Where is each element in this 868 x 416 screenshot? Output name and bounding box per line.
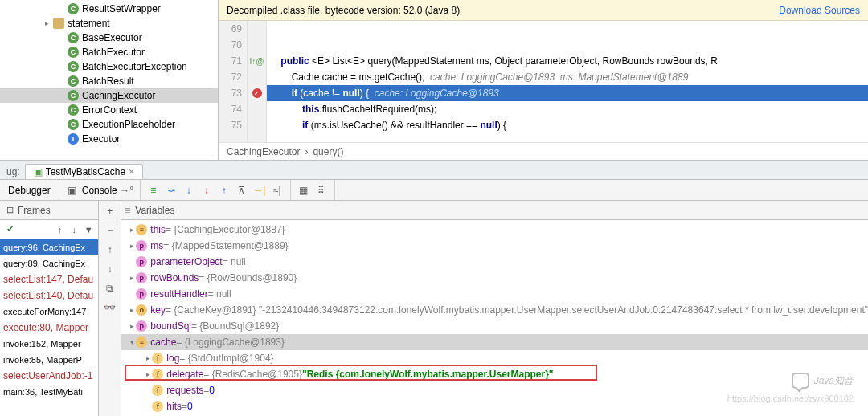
expand-icon[interactable]: ▾	[128, 338, 136, 346]
var-row-resultHandler[interactable]: presultHandler = null	[121, 286, 868, 302]
var-row-this[interactable]: ▸≡this = {CachingExecutor@1887}	[121, 222, 868, 238]
step-out-button[interactable]: ↑	[216, 182, 232, 198]
code-line-69[interactable]	[267, 21, 868, 37]
add-watch-icon[interactable]: +	[103, 204, 117, 218]
debug-config-tab[interactable]: ▣ TestMyBatisCache ×	[25, 164, 143, 179]
var-row-parameterObject[interactable]: pparameterObject = null	[121, 254, 868, 270]
download-sources-link[interactable]: Download Sources	[779, 5, 860, 16]
frame-row[interactable]: selectList:147, Defau	[0, 271, 98, 288]
expand-icon[interactable]: ▸	[144, 354, 152, 362]
code-line-70[interactable]	[267, 37, 868, 53]
vars-side-toolbar: + − ↑ ↓ ⧉ 👓	[99, 201, 121, 416]
code-line-74[interactable]: this.flushCacheIfRequired(ms);	[267, 101, 868, 117]
tree-item-Executor[interactable]: IExecutor	[0, 132, 218, 146]
var-value: =	[203, 385, 209, 396]
expand-icon[interactable]: ▸	[128, 226, 136, 234]
code-lines[interactable]: public <E> List<E> query(MappedStatement…	[267, 21, 868, 142]
prev-frame-icon[interactable]: ↑	[53, 223, 66, 236]
tree-item-ErrorContext[interactable]: CErrorContext	[0, 103, 218, 117]
move-down-icon[interactable]: ↓	[103, 262, 117, 276]
settings-icon[interactable]: ⠿	[313, 182, 330, 198]
drop-frame-button[interactable]: ⊼	[234, 182, 250, 198]
expand-icon[interactable]: ▸	[128, 322, 136, 330]
var-row-boundSql[interactable]: ▸pboundSql = {BoundSql@1892}	[121, 318, 868, 334]
next-frame-icon[interactable]: ↓	[68, 223, 80, 236]
force-step-into-button[interactable]: ↓	[199, 182, 215, 198]
var-row-requests[interactable]: frequests = 0	[121, 382, 868, 398]
tree-item-ResultSetWrapper[interactable]: CResultSetWrapper	[0, 2, 218, 16]
code-line-71[interactable]: public <E> List<E> query(MappedStatement…	[267, 53, 868, 69]
code-line-73[interactable]: if (cache != null) { cache: LoggingCache…	[267, 85, 868, 101]
frame-row[interactable]: query:96, CachingEx	[0, 239, 98, 255]
glasses-icon[interactable]: 👓	[103, 300, 117, 315]
tree-item-BatchResult[interactable]: CBatchResult	[0, 74, 218, 88]
tree-item-label: CachingExecutor	[82, 90, 155, 101]
move-up-icon[interactable]: ↑	[103, 243, 117, 257]
type-icon: C	[68, 90, 79, 101]
accept-icon[interactable]: ✔	[3, 223, 16, 236]
tree-item-BatchExecutorException[interactable]: CBatchExecutorException	[0, 59, 218, 74]
var-row-ms[interactable]: ▸pms = {MappedStatement@1889}	[121, 238, 868, 254]
output-toggle-icon[interactable]: →°	[119, 182, 135, 198]
tree-item-BatchExecutor[interactable]: CBatchExecutor	[0, 45, 218, 59]
var-row-delegate[interactable]: ▸fdelegate = {RedisCache@1905} "Redis {c…	[121, 366, 868, 382]
editor-breadcrumb[interactable]: CachingExecutor › query()	[219, 142, 868, 160]
filter-icon[interactable]: ▼	[82, 223, 95, 236]
var-row-key[interactable]: ▸okey = {CacheKey@1891} "-2132410446:349…	[121, 302, 868, 318]
expand-icon[interactable]: ▸	[45, 19, 53, 27]
step-into-button[interactable]: ↓	[181, 182, 197, 198]
frames-pane: ⊞ Frames ✔ ↑ ↓ ▼ query:96, CachingExquer…	[0, 201, 99, 416]
var-row-log[interactable]: ▸flog = {StdOutImpl@1904}	[121, 350, 868, 366]
var-row-cache[interactable]: ▾≡cache = {LoggingCache@1893}	[121, 334, 868, 350]
frame-row[interactable]: query:89, CachingEx	[0, 255, 98, 271]
console-icon[interactable]: ▣	[64, 182, 80, 198]
frame-row[interactable]: selectList:140, Defau	[0, 288, 98, 304]
copy-icon[interactable]: ⧉	[103, 281, 117, 296]
frame-row[interactable]: invoke:85, MapperP	[0, 352, 98, 368]
code-editor[interactable]: 69707172737475 I↑@✓ public <E> List<E> q…	[219, 21, 868, 142]
run-to-cursor-button[interactable]: →|	[252, 182, 268, 198]
expand-icon[interactable]: ▸	[128, 242, 136, 250]
tree-item-BaseExecutor[interactable]: CBaseExecutor	[0, 31, 218, 45]
debug-session-tabs: ug: ▣ TestMyBatisCache ×	[0, 161, 868, 180]
restore-layout-icon[interactable]: ⊞	[3, 204, 16, 217]
console-tab-label[interactable]: Console	[82, 185, 117, 196]
layout-icon[interactable]: ▦	[296, 182, 312, 198]
frames-list[interactable]: query:96, CachingExquery:89, CachingExse…	[0, 239, 98, 400]
expand-icon[interactable]: ▸	[128, 306, 136, 314]
project-tree[interactable]: CResultSetWrapper▸statementCBaseExecutor…	[0, 0, 219, 160]
frame-row[interactable]: invoke:152, Mapper	[0, 336, 98, 352]
vars-menu-icon[interactable]: ≡	[125, 205, 130, 216]
frame-row[interactable]: execute:80, Mapper	[0, 320, 98, 336]
code-line-72[interactable]: Cache cache = ms.getCache(); cache: Logg…	[267, 69, 868, 85]
expand-icon[interactable]: ▸	[144, 370, 152, 378]
tree-item-CachingExecutor[interactable]: CCachingExecutor	[0, 88, 218, 103]
frame-row[interactable]: selectUserAndJob:-1	[0, 368, 98, 384]
step-over-button[interactable]: ⤻	[163, 182, 179, 198]
marker-gutter[interactable]: I↑@✓	[248, 21, 267, 142]
tree-item-statement[interactable]: ▸statement	[0, 16, 218, 31]
var-row-hits[interactable]: fhits = 0	[121, 398, 868, 414]
breadcrumb-class[interactable]: CachingExecutor	[227, 146, 300, 157]
variables-list[interactable]: ▸≡this = {CachingExecutor@1887}▸pms = {M…	[121, 220, 868, 416]
expand-icon[interactable]: ▸	[128, 274, 136, 282]
debugger-tab-label[interactable]: Debugger	[5, 185, 54, 196]
chevron-right-icon: ›	[305, 146, 308, 157]
var-name: delegate	[166, 369, 203, 380]
evaluate-expression-button[interactable]: ≈|	[269, 182, 285, 198]
type-icon: C	[68, 3, 79, 14]
tree-item-ExecutionPlaceholder[interactable]: CExecutionPlaceholder	[0, 117, 218, 132]
var-kind-icon: o	[136, 304, 147, 316]
tree-item-label: BatchResult	[82, 75, 134, 87]
var-row-rowBounds[interactable]: ▸prowBounds = {RowBounds@1890}	[121, 270, 868, 286]
code-line-75[interactable]: if (ms.isUseCache() && resultHandler == …	[267, 117, 868, 133]
close-icon[interactable]: ×	[129, 166, 134, 177]
breakpoint-icon[interactable]: ✓	[252, 88, 262, 98]
breadcrumb-method[interactable]: query()	[313, 146, 343, 157]
frame-row[interactable]: executeForMany:147	[0, 304, 98, 320]
frame-row[interactable]: main:36, TestMyBati	[0, 384, 98, 400]
step-over-icon[interactable]: ≡	[145, 182, 162, 198]
var-kind-icon: p	[136, 272, 147, 283]
override-icon[interactable]: I↑@	[250, 57, 264, 66]
remove-watch-icon[interactable]: −	[103, 223, 117, 238]
